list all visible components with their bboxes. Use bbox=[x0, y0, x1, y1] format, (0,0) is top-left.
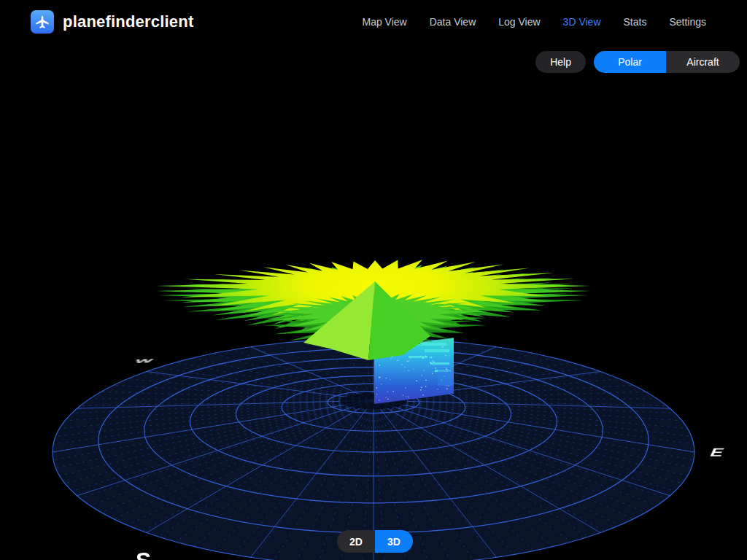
2d-toggle-button[interactable]: 2D bbox=[337, 530, 375, 553]
2d-3d-toggle: 2D 3D bbox=[337, 530, 413, 553]
brand[interactable]: planefinderclient bbox=[31, 10, 193, 34]
help-button[interactable]: Help bbox=[535, 51, 586, 73]
main-nav: Map View Data View Log View 3D View Stat… bbox=[362, 0, 706, 44]
polar-aircraft-toggle: Polar Aircraft bbox=[594, 51, 740, 73]
nav-log-view[interactable]: Log View bbox=[498, 16, 540, 28]
nav-data-view[interactable]: Data View bbox=[430, 16, 476, 28]
app-title: planefinderclient bbox=[63, 12, 193, 31]
nav-stats[interactable]: Stats bbox=[624, 16, 647, 28]
airplane-logo-icon bbox=[31, 10, 54, 34]
polar-toggle-button[interactable]: Polar bbox=[594, 51, 666, 73]
toolbar: Help Polar Aircraft bbox=[535, 51, 740, 73]
compass-label-south: S bbox=[136, 549, 151, 560]
3d-toggle-button[interactable]: 3D bbox=[375, 530, 413, 553]
nav-map-view[interactable]: Map View bbox=[362, 16, 406, 28]
nav-3d-view[interactable]: 3D View bbox=[563, 16, 601, 28]
app-header: planefinderclient Map View Data View Log… bbox=[0, 0, 747, 44]
polar-3d-plot[interactable] bbox=[0, 0, 747, 560]
aircraft-toggle-button[interactable]: Aircraft bbox=[666, 51, 740, 73]
nav-settings[interactable]: Settings bbox=[669, 16, 706, 28]
